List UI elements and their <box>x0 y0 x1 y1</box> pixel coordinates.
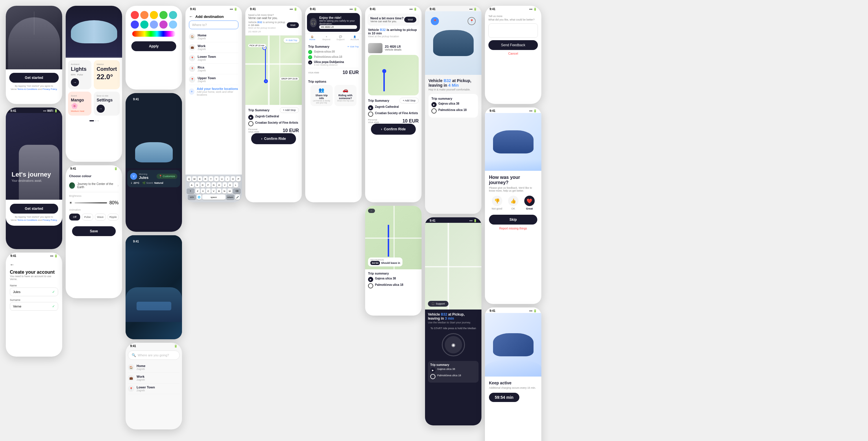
key-q[interactable]: Q <box>187 176 191 181</box>
anim-pulse-btn[interactable]: Pulse <box>82 213 93 220</box>
key-a[interactable]: A <box>189 182 194 188</box>
key-i[interactable]: I <box>225 176 230 181</box>
color-lavender[interactable] <box>150 21 158 29</box>
key-v[interactable]: V <box>212 189 216 194</box>
door-ride-tile[interactable]: Door & ride Settings → <box>94 92 120 115</box>
add-stop-button[interactable]: + Add Stop <box>280 107 299 113</box>
nav-account[interactable]: 👤Account <box>347 36 362 41</box>
interior-tile[interactable]: Interior Comfort 22.0° <box>94 60 120 89</box>
key-h[interactable]: H <box>217 182 222 188</box>
key-p[interactable]: P <box>236 176 241 181</box>
key-u[interactable]: U <box>220 176 224 181</box>
key-space[interactable]: space <box>202 195 225 200</box>
color-red[interactable] <box>131 11 139 19</box>
dest-home[interactable]: 🏠 Home Zagreb <box>189 32 239 42</box>
key-e[interactable]: E <box>197 176 202 181</box>
rainbow-slider[interactable] <box>132 31 176 37</box>
key-n[interactable]: N <box>222 189 227 194</box>
scent-tile[interactable]: Scent Mango 🌸 Medium heat <box>68 92 91 115</box>
ambient-arrow[interactable]: → <box>71 78 79 87</box>
color-purple[interactable] <box>159 21 167 29</box>
surname-input[interactable]: Verne ✓ <box>10 302 58 311</box>
dest-work[interactable]: 💼 Work Zagreb <box>189 42 239 53</box>
key-return[interactable]: return <box>226 195 235 200</box>
hold-center[interactable]: ◉ <box>445 336 462 353</box>
key-m[interactable]: M <box>227 189 232 194</box>
confirm-ride-btn[interactable]: › Confirm Ride <box>371 124 416 135</box>
customize-btn[interactable]: 📍 Customize <box>157 174 177 179</box>
key-t[interactable]: T <box>209 176 213 181</box>
key-l[interactable]: L <box>234 182 238 188</box>
key-s[interactable]: S <box>195 182 199 188</box>
save-button[interactable]: Save <box>72 226 116 236</box>
dest-rica[interactable]: 📍 Rica Zagreb <box>189 64 239 74</box>
rating-notgood-btn[interactable]: 👎 Not good <box>492 196 502 210</box>
wait-button[interactable]: Wait <box>287 22 299 28</box>
cancel-btn[interactable]: Cancel <box>488 52 538 55</box>
key-x[interactable]: X <box>201 189 206 194</box>
feedback-input[interactable] <box>488 24 538 38</box>
colour-option-earth[interactable]: Journey to the Center of the Earth › <box>69 180 119 191</box>
key-b[interactable]: B <box>217 189 221 194</box>
key-delete[interactable]: ⌫ <box>233 189 241 194</box>
color-teal[interactable] <box>169 11 177 19</box>
support-button[interactable]: 🎧 Support <box>428 301 448 307</box>
key-123[interactable]: 123 <box>188 195 196 200</box>
share-trip-tile[interactable]: 👥 Share trip info Let friends & family s… <box>310 85 333 106</box>
anim-off-btn[interactable]: Off <box>69 213 80 220</box>
key-globe[interactable]: 🌐 <box>197 195 202 200</box>
list-item-work[interactable]: 💼 Work Zagreb <box>128 373 180 383</box>
riding-together-tile[interactable]: 🚗 Riding with someone? Share the trip co… <box>335 85 357 106</box>
phone16-map[interactable]: 🎧 Support <box>425 223 482 309</box>
key-z[interactable]: Z <box>195 189 200 194</box>
back-arrow-map[interactable]: ← <box>368 209 375 213</box>
brightness-bar[interactable] <box>75 202 107 203</box>
destination-search-input[interactable]: Where to? <box>189 21 239 29</box>
add-stop-confirm[interactable]: + Add Stop <box>400 98 418 103</box>
color-sky[interactable] <box>169 21 177 29</box>
privacy-link-2[interactable]: Privacy Policy. <box>42 219 57 222</box>
key-d[interactable]: D <box>200 182 205 188</box>
search-destination-box[interactable]: 🔍 Where are you going? <box>128 350 180 360</box>
name-input[interactable]: Jules ✓ <box>10 287 58 296</box>
key-f[interactable]: F <box>206 182 211 188</box>
hold-circle[interactable]: ◉ <box>442 333 465 356</box>
dest-upper-town[interactable]: 📍 Upper Town Zagreb <box>189 74 239 85</box>
dest-lower-town[interactable]: 📍 Lower Town Zagreb <box>189 53 239 64</box>
list-item-home[interactable]: 🏠 Home Zagreb <box>128 362 180 373</box>
apply-button[interactable]: Apply <box>131 41 176 51</box>
key-y[interactable]: Y <box>214 176 219 181</box>
terms-link[interactable]: Terms & Conditions <box>18 88 37 91</box>
get-started-button-2[interactable]: Get started <box>10 204 58 213</box>
key-j[interactable]: J <box>222 182 227 188</box>
back-button[interactable]: ← <box>10 262 58 267</box>
get-started-button[interactable]: Get started <box>9 73 59 83</box>
terms-link-2[interactable]: Terms & Conditions <box>18 219 37 222</box>
color-green[interactable] <box>159 11 167 19</box>
nav-beyond[interactable]: ✦Beyond <box>319 36 334 41</box>
map-view[interactable]: P D ✏ Edit Trip PICK UP 10 min DROP OFF … <box>245 36 302 105</box>
send-feedback-btn[interactable]: Send Feedback <box>488 40 538 50</box>
skip-button[interactable]: Skip <box>489 215 537 225</box>
rating-ok-btn[interactable]: 👍 OK <box>508 196 519 210</box>
rating-great-btn[interactable]: ❤️ Great <box>524 196 535 210</box>
color-mint[interactable] <box>140 21 148 29</box>
nav-home[interactable]: 🏠Home <box>305 36 319 41</box>
key-c[interactable]: C <box>206 189 211 194</box>
color-orange[interactable] <box>140 11 148 19</box>
key-r[interactable]: R <box>203 176 208 181</box>
confirm-ride-button[interactable]: › Confirm Ride <box>251 133 296 144</box>
back-arrow-icon[interactable]: ← <box>189 14 193 19</box>
key-mic[interactable]: 🎤 <box>235 195 240 200</box>
key-o[interactable]: O <box>230 176 235 181</box>
key-g[interactable]: G <box>212 182 216 188</box>
edit-trip-enjoy[interactable]: ✏ Edit Trip <box>347 45 359 48</box>
ambient-tile[interactable]: Ambient Lights 69% Pulse → <box>68 60 91 89</box>
nav-support[interactable]: 💬Support <box>334 36 348 41</box>
edit-trip-btn[interactable]: ✏ Edit Trip <box>283 38 300 43</box>
key-w[interactable]: W <box>192 176 197 181</box>
anim-wave-btn[interactable]: Wave <box>95 213 106 220</box>
wait-btn-confirm[interactable]: Wait <box>404 17 416 23</box>
color-yellow[interactable] <box>150 11 158 19</box>
privacy-link[interactable]: Privacy Policy. <box>42 88 57 91</box>
